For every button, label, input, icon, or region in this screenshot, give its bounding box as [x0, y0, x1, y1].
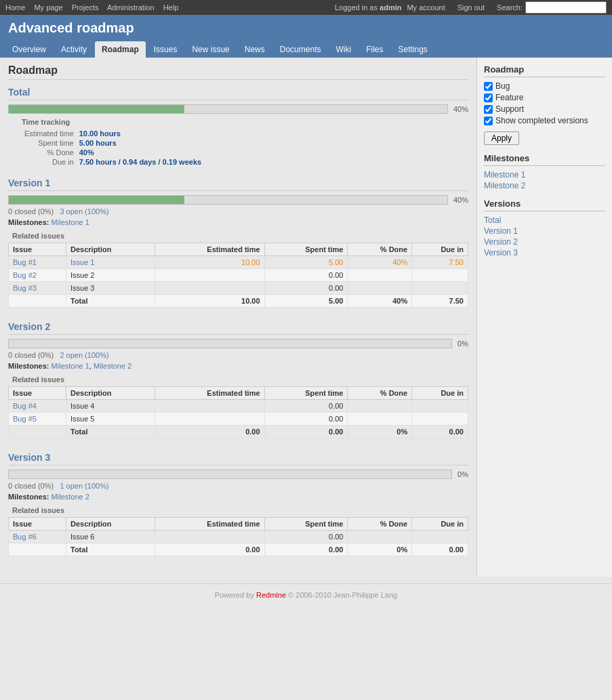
sidebar-filter-feature: Feature: [484, 93, 605, 102]
table-row: Bug #5Issue 50.00: [9, 413, 468, 426]
sidebar-versions-title: Versions: [484, 199, 605, 211]
total-label-3: Total: [66, 543, 155, 556]
issue-desc-1-1: Issue 2: [66, 269, 155, 282]
sidebar: Roadmap Bug Feature Support Show complet…: [476, 58, 612, 577]
my-account-link[interactable]: My account: [407, 3, 445, 12]
sidebar-version-2[interactable]: Version 2: [484, 237, 605, 247]
issue-desc-link-1-0[interactable]: Issue 1: [70, 258, 94, 266]
related-issues-title-3: Related issues: [12, 506, 468, 514]
issue-link-2-1[interactable]: Bug #5: [9, 413, 66, 426]
tab-news[interactable]: News: [238, 41, 272, 58]
sign-out-link[interactable]: Sign out: [457, 3, 485, 12]
total-row-2: Total0.000.000%0.00: [9, 426, 468, 438]
issue-link-anchor-2-1[interactable]: Bug #5: [13, 415, 37, 423]
related-issues-title-1: Related issues: [12, 232, 468, 240]
table-header-3-4: % Done: [348, 518, 412, 531]
filter-bug-checkbox[interactable]: [484, 82, 493, 91]
issues-table-3: IssueDescriptionEstimated timeSpent time…: [8, 517, 468, 556]
tab-new-issue[interactable]: New issue: [185, 41, 236, 58]
sidebar-version-3[interactable]: Version 3: [484, 248, 605, 258]
issue-desc-3-0: Issue 6: [66, 531, 155, 543]
issue-link-anchor-1-2[interactable]: Bug #3: [13, 284, 37, 292]
milestone-link-2-1[interactable]: Milestone 2: [94, 362, 131, 370]
sidebar-version-1[interactable]: Version 1: [484, 226, 605, 236]
total-progress-bar-outer: [8, 104, 448, 114]
issue-spent-1-1: 0.00: [264, 269, 348, 282]
issue-link-2-0[interactable]: Bug #4: [9, 400, 66, 413]
issue-link-anchor-3-0[interactable]: Bug #6: [13, 533, 37, 541]
issue-spent-3-0: 0.00: [264, 531, 348, 543]
table-header-3-5: Due in: [412, 518, 468, 531]
tab-activity[interactable]: Activity: [54, 41, 94, 58]
issue-link-1-2[interactable]: Bug #3: [9, 282, 66, 295]
show-completed-checkbox[interactable]: [484, 117, 493, 125]
top-nav: Home My page Projects Administration Hel…: [5, 3, 185, 12]
table-header-3-0: Issue: [9, 518, 66, 531]
pct-done-value: 40%: [77, 148, 204, 157]
issue-spent-1-0: 5.00: [264, 256, 348, 269]
sidebar-milestone-2[interactable]: Milestone 2: [484, 181, 605, 190]
issue-link-anchor-1-1[interactable]: Bug #2: [13, 271, 37, 279]
filter-support-label: Support: [495, 104, 524, 114]
nav-administration[interactable]: Administration: [107, 3, 155, 12]
total-progress-bar-inner: [9, 105, 184, 113]
issue-due_in-1-1: [412, 269, 468, 282]
related-issues-title-2: Related issues: [12, 375, 468, 384]
tab-issues[interactable]: Issues: [147, 41, 184, 58]
issue-link-3-0[interactable]: Bug #6: [9, 531, 66, 543]
total-spent-3: 0.00: [264, 543, 348, 556]
content: Roadmap Total 40% Time tracking Estimate…: [0, 58, 476, 577]
issue-estimated-1-1: [155, 269, 264, 282]
version-progress-outer-2: [8, 339, 452, 348]
sidebar-milestone-1[interactable]: Milestone 1: [484, 170, 605, 180]
table-row: Bug #6Issue 60.00: [9, 531, 468, 543]
spent-time-label: Spent time: [22, 138, 77, 148]
nav-mypage[interactable]: My page: [34, 3, 62, 12]
tab-roadmap[interactable]: Roadmap: [95, 41, 146, 58]
table-header-2-4: % Done: [348, 387, 412, 400]
pct-done-label: % Done: [22, 148, 77, 157]
search-input[interactable]: [525, 1, 607, 14]
filter-support-checkbox[interactable]: [484, 105, 493, 114]
versions-container: Version 140%0 closed (0%) 3 open (100%)M…: [8, 178, 468, 556]
issue-link-anchor-1-0[interactable]: Bug #1: [13, 258, 37, 266]
milestone-link-2-0[interactable]: Milestone 1: [52, 362, 89, 370]
tab-wiki[interactable]: Wiki: [329, 41, 358, 58]
table-row: Bug #3Issue 30.00: [9, 282, 468, 295]
tab-files[interactable]: Files: [359, 41, 390, 58]
nav-tabs: Overview Activity Roadmap Issues New iss…: [0, 41, 612, 58]
nav-home[interactable]: Home: [5, 3, 25, 12]
issue-link-1-0[interactable]: Bug #1: [9, 256, 66, 269]
nav-projects[interactable]: Projects: [72, 3, 99, 12]
sidebar-filter-bug: Bug: [484, 81, 605, 91]
filter-feature-checkbox[interactable]: [484, 94, 493, 102]
table-header-2-0: Issue: [9, 387, 66, 400]
sidebar-roadmap-title: Roadmap: [484, 64, 605, 77]
total-due_in-2: 0.00: [412, 426, 468, 438]
table-row: Bug #2Issue 20.00: [9, 269, 468, 282]
milestone-link-1-0[interactable]: Milestone 1: [52, 218, 89, 226]
footer-app-link[interactable]: Redmine: [256, 591, 286, 599]
version-section-3: Version 30%0 closed (0%) 1 open (100%)Mi…: [8, 452, 468, 556]
tab-overview[interactable]: Overview: [5, 41, 53, 58]
issue-link-anchor-2-0[interactable]: Bug #4: [13, 402, 37, 410]
total-due_in-3: 0.00: [412, 543, 468, 556]
top-bar: Home My page Projects Administration Hel…: [0, 0, 612, 15]
sidebar-versions-section: Versions Total Version 1 Version 2 Versi…: [484, 199, 605, 258]
issue-estimated-1-0: 10.00: [155, 256, 264, 269]
issue-link-1-1[interactable]: Bug #2: [9, 269, 66, 282]
tab-documents[interactable]: Documents: [273, 41, 328, 58]
sidebar-filter-support: Support: [484, 104, 605, 114]
nav-help[interactable]: Help: [163, 3, 179, 12]
total-pct_done-2: 0%: [348, 426, 412, 438]
issue-pct_done-1-2: [348, 282, 412, 295]
issue-pct_done-2-1: [348, 413, 412, 426]
version-section-1: Version 140%0 closed (0%) 3 open (100%)M…: [8, 178, 468, 308]
search-bar: Search:: [497, 1, 607, 14]
milestone-link-3-0[interactable]: Milestone 2: [52, 493, 89, 501]
tab-settings[interactable]: Settings: [392, 41, 434, 58]
apply-button[interactable]: Apply: [484, 131, 519, 145]
version-progress-label-2: 0%: [457, 339, 468, 348]
version-title-3: Version 3: [8, 452, 468, 466]
sidebar-version-total[interactable]: Total: [484, 215, 605, 225]
